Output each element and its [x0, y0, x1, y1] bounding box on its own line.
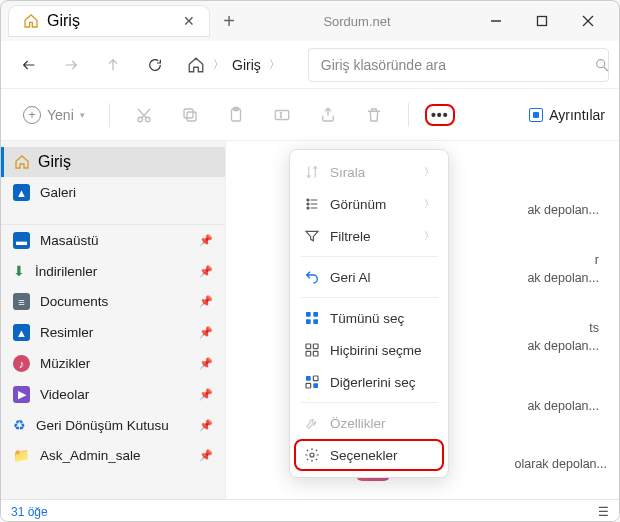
forward-button[interactable]	[53, 47, 89, 83]
sidebar-item-gallery[interactable]: ▲ Galeri	[1, 177, 225, 208]
item-count: 31 öğe	[11, 505, 48, 519]
wrench-icon	[304, 415, 320, 431]
svg-rect-21	[313, 344, 318, 349]
brand-watermark: Sordum.net	[323, 14, 390, 29]
search-icon	[594, 57, 610, 73]
cut-button[interactable]	[126, 97, 162, 133]
content-text: ak depolan...	[527, 203, 599, 217]
back-button[interactable]	[11, 47, 47, 83]
select-all-icon	[304, 310, 320, 326]
share-button[interactable]	[310, 97, 346, 133]
folder-icon: 📁	[13, 447, 30, 463]
pin-icon: 📌	[199, 357, 213, 370]
svg-rect-9	[184, 109, 193, 118]
svg-line-5	[604, 67, 608, 71]
menu-select-all[interactable]: Tümünü seç	[294, 302, 444, 334]
pin-icon: 📌	[199, 449, 213, 462]
select-none-icon	[304, 342, 320, 358]
sidebar-item-downloads[interactable]: ⬇ İndirilenler 📌	[1, 256, 225, 286]
rename-button[interactable]	[264, 97, 300, 133]
plus-icon: +	[23, 106, 41, 124]
new-tab-button[interactable]: +	[209, 10, 249, 33]
sidebar-label: Videolar	[40, 387, 89, 402]
window-controls	[473, 1, 611, 41]
svg-point-15	[307, 207, 309, 209]
home-icon	[14, 154, 30, 170]
browser-tab[interactable]: Giriş ✕	[9, 6, 209, 36]
minimize-button[interactable]	[473, 1, 519, 41]
content-text: r	[595, 253, 599, 267]
refresh-button[interactable]	[137, 47, 173, 83]
filter-icon	[304, 228, 320, 244]
svg-rect-18	[306, 319, 311, 324]
pin-icon: 📌	[199, 295, 213, 308]
content-text: ts	[589, 321, 599, 335]
sidebar-item-videos[interactable]: ▶ Videolar 📌	[1, 379, 225, 410]
svg-rect-17	[313, 312, 318, 317]
more-button[interactable]: •••	[425, 104, 455, 126]
search-placeholder: Giriş klasöründe ara	[321, 57, 446, 73]
sidebar-item-desktop[interactable]: ▬ Masaüstü 📌	[1, 225, 225, 256]
close-button[interactable]	[565, 1, 611, 41]
document-icon: ≡	[13, 293, 30, 310]
new-label: Yeni	[47, 107, 74, 123]
sidebar-label: Resimler	[40, 325, 93, 340]
menu-undo[interactable]: Geri Al	[294, 261, 444, 293]
sidebar-item-pictures[interactable]: ▲ Resimler 📌	[1, 317, 225, 348]
menu-select-none[interactable]: Hiçbirini seçme	[294, 334, 444, 366]
details-view-button[interactable]: Ayrıntılar	[529, 107, 605, 123]
up-button[interactable]	[95, 47, 131, 83]
videos-icon: ▶	[13, 386, 30, 403]
sidebar-item-folder[interactable]: 📁 Ask_Admin_sale 📌	[1, 440, 225, 470]
sidebar-item-documents[interactable]: ≡ Documents 📌	[1, 286, 225, 317]
menu-select-invert[interactable]: Diğerlerini seç	[294, 366, 444, 398]
menu-label: Diğerlerini seç	[330, 375, 416, 390]
view-mode-icon[interactable]: ☰	[598, 505, 609, 519]
svg-rect-23	[313, 351, 318, 356]
sidebar: Giriş ▲ Galeri ▬ Masaüstü 📌 ⬇ İndirilenl…	[1, 141, 226, 499]
paste-button[interactable]	[218, 97, 254, 133]
separator	[300, 297, 438, 298]
pin-icon: 📌	[199, 265, 213, 278]
sidebar-item-music[interactable]: ♪ Müzikler 📌	[1, 348, 225, 379]
delete-button[interactable]	[356, 97, 392, 133]
separator	[408, 103, 409, 127]
content-text: ak depolan...	[527, 339, 599, 353]
menu-options[interactable]: Seçenekler	[294, 439, 444, 471]
chevron-right-icon: 〉	[269, 57, 280, 72]
select-invert-icon	[304, 374, 320, 390]
sidebar-item-home[interactable]: Giriş	[1, 147, 225, 177]
svg-point-13	[307, 199, 309, 201]
sidebar-label: Masaüstü	[40, 233, 99, 248]
svg-rect-26	[306, 383, 311, 388]
svg-point-4	[597, 59, 605, 67]
download-icon: ⬇	[13, 263, 25, 279]
menu-label: Sırala	[330, 165, 365, 180]
copy-button[interactable]	[172, 97, 208, 133]
menu-label: Görünüm	[330, 197, 386, 212]
svg-rect-27	[313, 383, 318, 388]
pin-icon: 📌	[199, 326, 213, 339]
breadcrumb-item[interactable]: Giriş	[232, 57, 261, 73]
new-button[interactable]: + Yeni ▾	[15, 102, 93, 128]
maximize-button[interactable]	[519, 1, 565, 41]
svg-rect-1	[537, 17, 546, 26]
content-text: ak depolan...	[527, 399, 599, 413]
svg-rect-20	[306, 344, 311, 349]
sidebar-label: İndirilenler	[35, 264, 97, 279]
menu-filter[interactable]: Filtrele 〉	[294, 220, 444, 252]
desktop-icon: ▬	[13, 232, 30, 249]
menu-view[interactable]: Görünüm 〉	[294, 188, 444, 220]
sidebar-label: Giriş	[38, 153, 71, 171]
pin-icon: 📌	[199, 388, 213, 401]
breadcrumb[interactable]: 〉 Giriş 〉	[179, 56, 288, 74]
close-tab-icon[interactable]: ✕	[183, 13, 195, 29]
sidebar-label: Documents	[40, 294, 108, 309]
undo-icon	[304, 269, 320, 285]
recycle-icon: ♻	[13, 417, 26, 433]
search-input[interactable]: Giriş klasöründe ara	[308, 48, 609, 82]
svg-rect-8	[187, 112, 196, 121]
svg-rect-19	[313, 319, 318, 324]
sidebar-label: Müzikler	[40, 356, 90, 371]
sidebar-item-recyclebin[interactable]: ♻ Geri Dönüşüm Kutusu 📌	[1, 410, 225, 440]
